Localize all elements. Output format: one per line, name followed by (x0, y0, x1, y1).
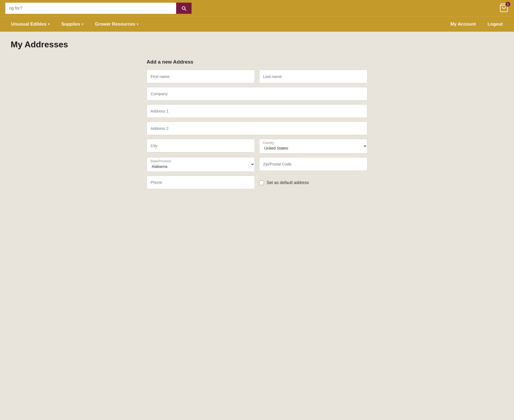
cart-badge: 1 (505, 2, 510, 7)
form-section-title: Add a new Address (147, 59, 367, 65)
chevron-down-icon: ▾ (82, 22, 83, 26)
nav-left: Unusual Edibles ▾ Supplies ▾ Grower Reso… (5, 17, 144, 32)
default-address-checkbox[interactable] (259, 180, 264, 185)
city-field (147, 139, 255, 153)
city-input[interactable] (147, 139, 255, 152)
country-select[interactable]: United States Canada United Kingdom Aust… (259, 139, 367, 153)
state-field: State/Province Alabama Alaska Arizona Ar… (147, 157, 255, 172)
country-field: Country United States Canada United King… (259, 139, 367, 153)
company-input[interactable] (147, 87, 367, 101)
first-name-input[interactable] (147, 70, 255, 83)
phone-input[interactable] (147, 176, 255, 189)
address1-field (147, 104, 367, 118)
search-icon (181, 5, 187, 11)
nav-grower-resources[interactable]: Grower Resources ▾ (89, 17, 144, 32)
nav-my-account[interactable]: My Account (445, 17, 482, 32)
address-form-container: Add a new Address (147, 59, 367, 189)
search-button[interactable] (176, 3, 192, 14)
phone-field (147, 176, 255, 189)
company-field (147, 87, 367, 101)
first-name-field (147, 70, 255, 83)
address2-row (147, 122, 367, 135)
company-row (147, 87, 367, 101)
state-zip-row: State/Province Alabama Alaska Arizona Ar… (147, 157, 367, 172)
name-row (147, 70, 367, 83)
main-content: My Addresses Add a new Address (0, 32, 514, 209)
last-name-field (259, 70, 367, 83)
zip-input[interactable] (259, 157, 367, 171)
nav-supplies[interactable]: Supplies ▾ (55, 17, 89, 32)
zip-field (259, 157, 367, 172)
state-select[interactable]: Alabama Alaska Arizona Arkansas Californ… (147, 157, 255, 172)
address2-field (147, 122, 367, 135)
search-bar (5, 3, 192, 14)
search-input[interactable] (5, 3, 176, 14)
country-select-wrapper: Country United States Canada United King… (259, 139, 367, 153)
city-country-row: Country United States Canada United King… (147, 139, 367, 153)
phone-field-container (147, 176, 255, 189)
chevron-down-icon: ▾ (48, 22, 49, 26)
nav-right: My Account Logout (445, 17, 509, 32)
nav-logout[interactable]: Logout (482, 17, 509, 32)
nav-bar: Unusual Edibles ▾ Supplies ▾ Grower Reso… (0, 16, 514, 32)
default-address-container: Set as default address (259, 176, 367, 188)
address1-input[interactable] (147, 104, 367, 118)
cart-button[interactable]: 1 (499, 3, 509, 14)
chevron-down-icon: ▾ (137, 22, 138, 26)
default-address-row: Set as default address (259, 178, 309, 188)
last-name-input[interactable] (259, 70, 367, 83)
state-select-wrapper: State/Province Alabama Alaska Arizona Ar… (147, 157, 255, 172)
address1-row (147, 104, 367, 118)
page-title: My Addresses (11, 40, 503, 49)
nav-unusual-edibles[interactable]: Unusual Edibles ▾ (5, 17, 55, 32)
phone-default-row: Set as default address (147, 176, 367, 189)
address2-input[interactable] (147, 122, 367, 135)
header-top: 1 (0, 0, 514, 16)
default-address-label[interactable]: Set as default address (267, 180, 309, 185)
